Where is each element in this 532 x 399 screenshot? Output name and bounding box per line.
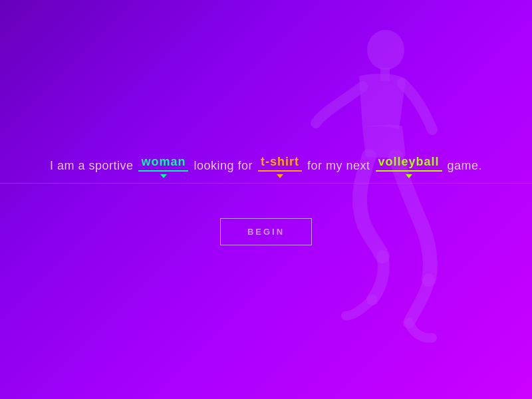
text-part2: looking for: [194, 159, 253, 173]
text-part4: game.: [448, 159, 483, 173]
main-content: I am a sportive woman looking for t-shir…: [0, 0, 532, 399]
sport-value[interactable]: volleyball: [376, 154, 442, 172]
product-value[interactable]: t-shirt: [258, 154, 302, 172]
gender-dropdown[interactable]: woman: [138, 154, 188, 178]
text-part3: for my next: [307, 159, 370, 173]
text-part1: I am a sportive: [50, 159, 134, 173]
product-arrow-icon: [277, 174, 283, 178]
begin-button[interactable]: BEGIN: [220, 218, 312, 245]
sentence-row: I am a sportive woman looking for t-shir…: [50, 154, 482, 178]
sport-arrow-icon: [406, 174, 412, 178]
gender-value[interactable]: woman: [138, 154, 188, 172]
sport-dropdown[interactable]: volleyball: [376, 154, 442, 178]
gender-arrow-icon: [160, 174, 167, 178]
product-dropdown[interactable]: t-shirt: [258, 154, 302, 178]
